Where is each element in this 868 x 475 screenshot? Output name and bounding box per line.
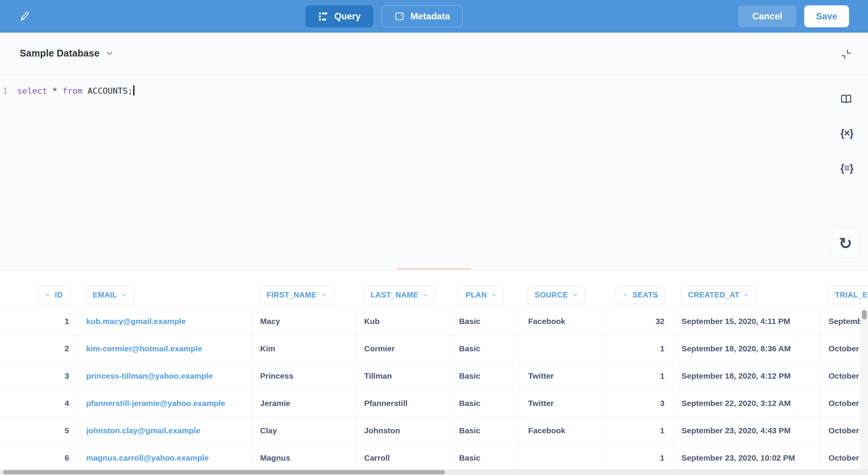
table-header-cell: PLAN: [451, 286, 520, 304]
horizontal-scrollbar-thumb[interactable]: [3, 470, 445, 474]
table-header-cell: LAST_NAME: [356, 286, 451, 304]
column-header-email[interactable]: EMAIL: [85, 286, 134, 304]
sql-keyword: select: [17, 86, 47, 96]
editor-tabs: Query Metadata: [30, 5, 738, 27]
column-header-trial_en[interactable]: TRIAL_EN: [828, 286, 868, 304]
cell-email[interactable]: kub.macy@gmail.example: [78, 308, 252, 335]
chevron-down-icon: [45, 292, 51, 298]
column-label: LAST_NAME: [371, 291, 418, 299]
column-label: EMAIL: [93, 291, 117, 299]
column-header-created_at[interactable]: CREATED_AT: [681, 286, 756, 304]
cell-id[interactable]: 5: [23, 417, 78, 444]
cell-plan[interactable]: Basic: [451, 390, 520, 417]
table-header-cell: CREATED_AT: [673, 286, 820, 304]
column-header-last_name[interactable]: LAST_NAME: [363, 286, 436, 304]
column-header-seats[interactable]: SEATS: [615, 286, 665, 304]
cell-last_name[interactable]: Pfannerstill: [356, 390, 451, 417]
column-header-id[interactable]: ID: [38, 286, 70, 304]
cell-email[interactable]: kim-cormier@hotmail.example: [78, 335, 252, 362]
cell-first_name[interactable]: Princess: [252, 362, 356, 389]
cell-first_name[interactable]: Clay: [252, 417, 356, 444]
tab-query-label: Query: [334, 11, 360, 22]
table-body: 1kub.macy@gmail.exampleMacyKubBasicFaceb…: [0, 308, 868, 472]
sql-operator: *: [47, 86, 62, 96]
cell-last_name[interactable]: Tillman: [356, 362, 451, 389]
sql-code-area[interactable]: 1 select * from ACCOUNTS;: [0, 74, 868, 98]
cell-id[interactable]: 2: [23, 335, 78, 362]
column-label: FIRST_NAME: [267, 291, 317, 299]
cell-first_name[interactable]: Macy: [252, 308, 356, 335]
sql-keyword: from: [62, 86, 82, 96]
cell-seats[interactable]: 1: [602, 417, 673, 444]
column-label: SOURCE: [535, 291, 568, 299]
tab-query[interactable]: Query: [305, 5, 373, 27]
snippets-icon[interactable]: {≡}: [840, 162, 853, 174]
topbar: Query Metadata Cancel Save: [0, 0, 868, 33]
cell-created_at[interactable]: September 23, 2020, 10:02 PM: [673, 444, 820, 471]
cell-source[interactable]: Twitter: [520, 390, 602, 417]
column-header-plan[interactable]: PLAN: [458, 286, 504, 304]
cell-id[interactable]: 1: [23, 308, 78, 335]
column-header-first_name[interactable]: FIRST_NAME: [259, 286, 334, 304]
cell-first_name[interactable]: Kim: [252, 335, 356, 362]
cell-created_at[interactable]: September 23, 2020, 4:43 PM: [673, 417, 820, 444]
cell-last_name[interactable]: Johnston: [356, 417, 451, 444]
database-selector[interactable]: Sample Database: [20, 48, 113, 59]
run-query-button[interactable]: ↻: [830, 228, 860, 258]
results-table: IDEMAILFIRST_NAMELAST_NAMEPLANSOURCESEAT…: [0, 270, 868, 475]
cell-last_name[interactable]: Cormier: [356, 335, 451, 362]
cell-source[interactable]: Facebook: [520, 308, 602, 335]
cell-seats[interactable]: 1: [602, 362, 673, 389]
chevron-down-icon: [121, 292, 127, 298]
variables-icon[interactable]: {×}: [840, 127, 853, 139]
cell-seats[interactable]: 1: [602, 335, 673, 362]
cell-source[interactable]: [520, 444, 602, 471]
data-reference-book-icon[interactable]: [840, 93, 852, 105]
cell-last_name[interactable]: Carroll: [356, 444, 451, 471]
chevron-down-icon: [321, 292, 327, 298]
cell-id[interactable]: 3: [23, 362, 78, 389]
vertical-scrollbar-thumb[interactable]: [862, 310, 867, 319]
chevron-down-icon: [743, 292, 749, 298]
cell-created_at[interactable]: September 22, 2020, 3:12 AM: [673, 390, 820, 417]
cell-plan[interactable]: Basic: [451, 417, 520, 444]
tag-icon: [394, 11, 405, 22]
cell-source[interactable]: Facebook: [520, 417, 602, 444]
cancel-button[interactable]: Cancel: [738, 5, 796, 27]
cell-plan[interactable]: Basic: [451, 335, 520, 362]
cell-seats[interactable]: 1: [602, 444, 673, 471]
cell-id[interactable]: 6: [23, 444, 78, 471]
cell-first_name[interactable]: Jeramie: [252, 390, 356, 417]
horizontal-scrollbar[interactable]: [0, 469, 868, 475]
table-header-cell: FIRST_NAME: [252, 286, 356, 304]
cell-plan[interactable]: Basic: [451, 308, 520, 335]
cell-email[interactable]: johnston.clay@gmail.example: [78, 417, 252, 444]
cell-first_name[interactable]: Magnus: [252, 444, 356, 471]
tab-metadata-label: Metadata: [410, 11, 450, 22]
cell-created_at[interactable]: September 15, 2020, 4:11 PM: [673, 308, 820, 335]
cell-id[interactable]: 4: [23, 390, 78, 417]
cell-source[interactable]: Twitter: [520, 362, 602, 389]
cell-source[interactable]: [520, 335, 602, 362]
cell-plan[interactable]: Basic: [451, 362, 520, 389]
table-row: 3princess-tillman@yahoo.examplePrincessT…: [0, 362, 868, 390]
column-label: PLAN: [466, 291, 487, 299]
table-header-cell: EMAIL: [78, 286, 252, 304]
cell-seats[interactable]: 3: [602, 390, 673, 417]
column-header-source[interactable]: SOURCE: [527, 286, 585, 304]
cell-email[interactable]: pfannerstill-jeramie@yahoo.example: [78, 390, 252, 417]
cell-email[interactable]: magnus.carroll@yahoo.example: [78, 444, 252, 471]
edit-pencil-icon: [19, 10, 30, 23]
collapse-editor-icon[interactable]: [841, 49, 851, 60]
tab-metadata[interactable]: Metadata: [382, 5, 462, 27]
cell-email[interactable]: princess-tillman@yahoo.example: [78, 362, 252, 389]
save-button[interactable]: Save: [804, 5, 849, 27]
cell-last_name[interactable]: Kub: [356, 308, 451, 335]
vertical-scrollbar[interactable]: [860, 308, 868, 469]
column-label: TRIAL_EN: [835, 291, 868, 299]
cell-created_at[interactable]: September 18, 2020, 4:12 PM: [673, 362, 820, 389]
chevron-down-icon: [106, 50, 113, 57]
cell-plan[interactable]: Basic: [451, 444, 520, 471]
cell-created_at[interactable]: September 18, 2020, 8:36 AM: [673, 335, 820, 362]
cell-seats[interactable]: 32: [602, 308, 673, 335]
